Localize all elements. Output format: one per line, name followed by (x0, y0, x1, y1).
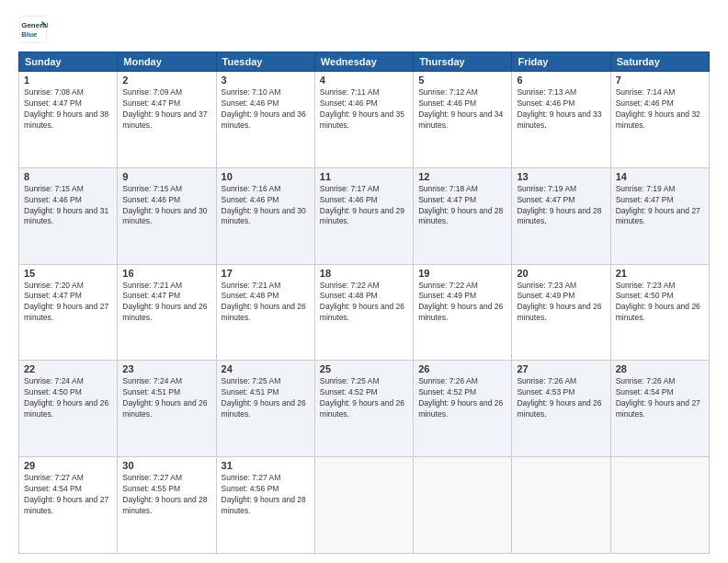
day-info: Sunrise: 7:23 AM Sunset: 4:49 PM Dayligh… (517, 281, 605, 325)
day-info: Sunrise: 7:21 AM Sunset: 4:48 PM Dayligh… (222, 281, 310, 325)
day-number: 4 (320, 75, 408, 86)
calendar-day-21: 21 Sunrise: 7:23 AM Sunset: 4:50 PM Dayl… (610, 264, 709, 361)
calendar-day-23: 23 Sunrise: 7:24 AM Sunset: 4:51 PM Dayl… (118, 361, 216, 457)
day-number: 20 (517, 268, 605, 279)
day-info: Sunrise: 7:21 AM Sunset: 4:47 PM Dayligh… (122, 281, 210, 325)
day-number: 27 (517, 363, 605, 374)
calendar-day-29: 29 Sunrise: 7:27 AM Sunset: 4:54 PM Dayl… (19, 457, 118, 554)
weekday-header-sunday: Sunday (19, 52, 118, 72)
calendar-header: SundayMondayTuesdayWednesdayThursdayFrid… (19, 52, 710, 72)
day-info: Sunrise: 7:11 AM Sunset: 4:46 PM Dayligh… (320, 87, 408, 132)
page-header: General Blue (18, 15, 710, 44)
day-info: Sunrise: 7:15 AM Sunset: 4:46 PM Dayligh… (122, 184, 210, 228)
logo-icon: General Blue (18, 15, 48, 44)
calendar-day-20: 20 Sunrise: 7:23 AM Sunset: 4:49 PM Dayl… (512, 264, 610, 361)
day-info: Sunrise: 7:14 AM Sunset: 4:46 PM Dayligh… (616, 87, 704, 132)
day-number: 3 (222, 75, 310, 86)
calendar-day-18: 18 Sunrise: 7:22 AM Sunset: 4:48 PM Dayl… (314, 264, 413, 361)
calendar-day-22: 22 Sunrise: 7:24 AM Sunset: 4:50 PM Dayl… (19, 361, 118, 457)
day-info: Sunrise: 7:15 AM Sunset: 4:46 PM Dayligh… (24, 184, 112, 228)
day-number: 15 (24, 268, 112, 279)
day-info: Sunrise: 7:09 AM Sunset: 4:47 PM Dayligh… (122, 87, 210, 132)
day-number: 18 (320, 268, 408, 279)
calendar-day-3: 3 Sunrise: 7:10 AM Sunset: 4:46 PM Dayli… (216, 72, 314, 168)
day-number: 11 (320, 171, 408, 182)
day-number: 8 (24, 171, 112, 182)
empty-cell (314, 457, 413, 554)
weekday-header-saturday: Saturday (610, 52, 709, 72)
calendar-week-4: 22 Sunrise: 7:24 AM Sunset: 4:50 PM Dayl… (19, 361, 710, 457)
logo: General Blue (18, 15, 48, 44)
day-number: 22 (24, 363, 112, 374)
day-number: 28 (616, 363, 704, 374)
day-info: Sunrise: 7:26 AM Sunset: 4:52 PM Dayligh… (418, 376, 506, 420)
calendar-day-31: 31 Sunrise: 7:27 AM Sunset: 4:56 PM Dayl… (216, 457, 314, 554)
day-info: Sunrise: 7:22 AM Sunset: 4:48 PM Dayligh… (320, 281, 408, 325)
day-number: 2 (122, 75, 210, 86)
day-number: 1 (24, 75, 112, 86)
day-number: 25 (320, 363, 408, 374)
calendar-week-5: 29 Sunrise: 7:27 AM Sunset: 4:54 PM Dayl… (19, 457, 710, 554)
calendar-day-12: 12 Sunrise: 7:18 AM Sunset: 4:47 PM Dayl… (414, 167, 512, 264)
calendar-day-4: 4 Sunrise: 7:11 AM Sunset: 4:46 PM Dayli… (314, 72, 413, 168)
calendar-week-1: 1 Sunrise: 7:08 AM Sunset: 4:47 PM Dayli… (19, 72, 710, 168)
day-number: 14 (616, 171, 704, 182)
calendar-week-3: 15 Sunrise: 7:20 AM Sunset: 4:47 PM Dayl… (19, 264, 710, 361)
day-number: 21 (616, 268, 704, 279)
calendar-day-9: 9 Sunrise: 7:15 AM Sunset: 4:46 PM Dayli… (118, 167, 216, 264)
calendar-day-25: 25 Sunrise: 7:25 AM Sunset: 4:52 PM Dayl… (314, 361, 413, 457)
calendar-day-7: 7 Sunrise: 7:14 AM Sunset: 4:46 PM Dayli… (610, 72, 709, 168)
day-number: 6 (517, 75, 605, 86)
day-info: Sunrise: 7:13 AM Sunset: 4:46 PM Dayligh… (517, 87, 605, 132)
calendar-day-30: 30 Sunrise: 7:27 AM Sunset: 4:55 PM Dayl… (118, 457, 216, 554)
day-info: Sunrise: 7:27 AM Sunset: 4:55 PM Dayligh… (122, 473, 210, 517)
day-number: 5 (418, 75, 506, 86)
day-number: 10 (222, 171, 310, 182)
day-info: Sunrise: 7:18 AM Sunset: 4:47 PM Dayligh… (418, 184, 506, 228)
empty-cell (610, 457, 709, 554)
calendar-day-28: 28 Sunrise: 7:26 AM Sunset: 4:54 PM Dayl… (610, 361, 709, 457)
day-number: 29 (24, 460, 112, 471)
calendar-day-14: 14 Sunrise: 7:19 AM Sunset: 4:47 PM Dayl… (610, 167, 709, 264)
weekday-header-friday: Friday (512, 52, 610, 72)
calendar-day-26: 26 Sunrise: 7:26 AM Sunset: 4:52 PM Dayl… (414, 361, 512, 457)
day-info: Sunrise: 7:12 AM Sunset: 4:46 PM Dayligh… (418, 87, 506, 132)
day-number: 24 (222, 363, 310, 374)
empty-cell (414, 457, 512, 554)
day-number: 30 (122, 460, 210, 471)
day-info: Sunrise: 7:27 AM Sunset: 4:56 PM Dayligh… (222, 473, 310, 517)
day-number: 16 (122, 268, 210, 279)
day-info: Sunrise: 7:10 AM Sunset: 4:46 PM Dayligh… (222, 87, 310, 132)
weekday-header-monday: Monday (118, 52, 216, 72)
day-number: 9 (122, 171, 210, 182)
calendar-day-8: 8 Sunrise: 7:15 AM Sunset: 4:46 PM Dayli… (19, 167, 118, 264)
day-number: 31 (222, 460, 310, 471)
empty-cell (512, 457, 610, 554)
day-number: 17 (222, 268, 310, 279)
day-number: 23 (122, 363, 210, 374)
weekday-header-thursday: Thursday (414, 52, 512, 72)
day-info: Sunrise: 7:25 AM Sunset: 4:52 PM Dayligh… (320, 376, 408, 420)
calendar-week-2: 8 Sunrise: 7:15 AM Sunset: 4:46 PM Dayli… (19, 167, 710, 264)
day-info: Sunrise: 7:25 AM Sunset: 4:51 PM Dayligh… (222, 376, 310, 420)
calendar-page: General Blue SundayMondayTuesdayWednesda… (0, 0, 728, 563)
day-info: Sunrise: 7:22 AM Sunset: 4:49 PM Dayligh… (418, 281, 506, 325)
day-number: 7 (616, 75, 704, 86)
weekday-header-tuesday: Tuesday (216, 52, 314, 72)
day-info: Sunrise: 7:24 AM Sunset: 4:51 PM Dayligh… (122, 376, 210, 420)
svg-text:Blue: Blue (21, 30, 38, 39)
day-number: 26 (418, 363, 506, 374)
calendar-day-19: 19 Sunrise: 7:22 AM Sunset: 4:49 PM Dayl… (414, 264, 512, 361)
day-info: Sunrise: 7:24 AM Sunset: 4:50 PM Dayligh… (24, 376, 112, 420)
day-number: 19 (418, 268, 506, 279)
weekday-header-wednesday: Wednesday (314, 52, 413, 72)
calendar-day-13: 13 Sunrise: 7:19 AM Sunset: 4:47 PM Dayl… (512, 167, 610, 264)
calendar-day-15: 15 Sunrise: 7:20 AM Sunset: 4:47 PM Dayl… (19, 264, 118, 361)
day-info: Sunrise: 7:26 AM Sunset: 4:53 PM Dayligh… (517, 376, 605, 420)
calendar-day-11: 11 Sunrise: 7:17 AM Sunset: 4:46 PM Dayl… (314, 167, 413, 264)
calendar-day-1: 1 Sunrise: 7:08 AM Sunset: 4:47 PM Dayli… (19, 72, 118, 168)
calendar-day-6: 6 Sunrise: 7:13 AM Sunset: 4:46 PM Dayli… (512, 72, 610, 168)
calendar-day-10: 10 Sunrise: 7:16 AM Sunset: 4:46 PM Dayl… (216, 167, 314, 264)
calendar-day-27: 27 Sunrise: 7:26 AM Sunset: 4:53 PM Dayl… (512, 361, 610, 457)
day-number: 13 (517, 171, 605, 182)
